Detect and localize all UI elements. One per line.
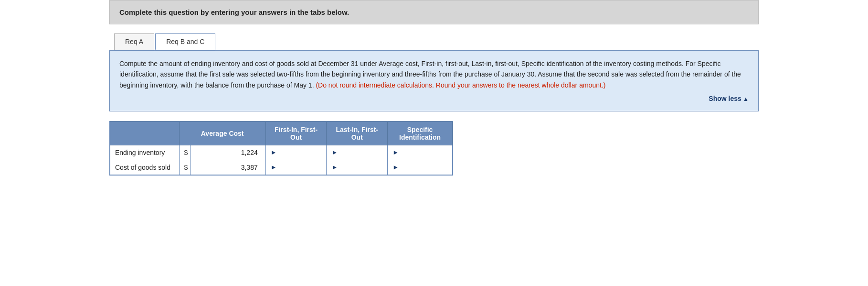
- cogs-dollar: $: [179, 160, 190, 175]
- header-row-label: [110, 121, 180, 145]
- table-row: Ending inventory $ 1,224 ► ►: [110, 145, 453, 160]
- header-text: Complete this question by entering your …: [119, 8, 349, 16]
- ending-inventory-fifo-input[interactable]: [279, 149, 317, 156]
- cogs-lifo-cell[interactable]: ►: [327, 160, 388, 175]
- ending-inventory-dollar: $: [179, 145, 190, 160]
- show-less-button[interactable]: Show less: [709, 95, 749, 102]
- ending-inventory-spec-cell[interactable]: ►: [388, 145, 453, 160]
- inventory-table-wrapper: Average Cost First-In, First-Out Last-In…: [109, 121, 453, 176]
- spec-arrow-ending: ►: [392, 149, 399, 156]
- spec-arrow-cogs: ►: [392, 164, 399, 171]
- tab-req-a[interactable]: Req A: [114, 33, 154, 50]
- fifo-arrow-cogs: ►: [271, 164, 277, 171]
- instruction-header: Complete this question by entering your …: [109, 0, 759, 24]
- ending-inventory-lifo-input[interactable]: [339, 149, 378, 156]
- lifo-arrow-ending: ►: [331, 149, 338, 156]
- ending-inventory-spec-input[interactable]: [401, 149, 439, 156]
- ending-inventory-lifo-cell[interactable]: ►: [327, 145, 388, 160]
- cogs-spec-input[interactable]: [401, 164, 439, 171]
- description-red: (Do not round intermediate calculations.…: [316, 81, 605, 89]
- cogs-spec-cell[interactable]: ►: [388, 160, 453, 175]
- cogs-fifo-cell[interactable]: ►: [265, 160, 327, 175]
- inventory-table: Average Cost First-In, First-Out Last-In…: [110, 121, 453, 175]
- row-label-ending-inventory: Ending inventory: [110, 145, 180, 160]
- table-header-row: Average Cost First-In, First-Out Last-In…: [110, 121, 453, 145]
- cogs-fifo-input[interactable]: [279, 164, 317, 171]
- table-row: Cost of goods sold $ 3,387 ► ►: [110, 160, 453, 175]
- header-specific-id: SpecificIdentification: [388, 121, 453, 145]
- lifo-arrow-cogs: ►: [331, 164, 338, 171]
- cogs-lifo-input[interactable]: [339, 164, 378, 171]
- header-fifo: First-In, First-Out: [265, 121, 327, 145]
- ending-inventory-avg-value: 1,224: [190, 145, 265, 160]
- cogs-avg-value: 3,387: [190, 160, 265, 175]
- tab-req-bc[interactable]: Req B and C: [155, 33, 215, 50]
- header-lifo: Last-In, First-Out: [327, 121, 388, 145]
- tabs-container: Req A Req B and C: [109, 33, 759, 51]
- ending-inventory-fifo-cell[interactable]: ►: [265, 145, 327, 160]
- fifo-arrow-ending: ►: [271, 149, 277, 156]
- description-text: Compute the amount of ending inventory a…: [119, 58, 749, 90]
- row-label-cogs: Cost of goods sold: [110, 160, 180, 175]
- header-avg-cost: Average Cost: [179, 121, 265, 145]
- description-box: Compute the amount of ending inventory a…: [109, 51, 759, 111]
